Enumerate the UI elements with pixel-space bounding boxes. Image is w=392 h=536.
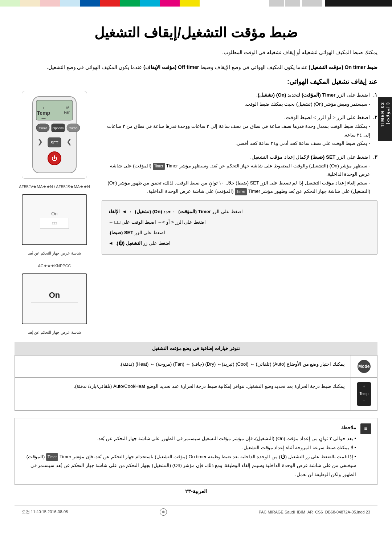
svg-text:+: +: [42, 106, 45, 110]
temp-icon-cell: + Temp −: [351, 378, 377, 410]
svg-text:❮: ❮: [37, 138, 43, 146]
note-section: ≡ ملاحظة • بعد حوالي ٣ ثوانٍ من إعداد مؤ…: [15, 418, 377, 485]
note-item-2: • لا يمكنك ضبط سرعة المروحة أثناء إعداد …: [21, 443, 356, 452]
cancel-box: اضغط على الزر Timer (المؤقت) ← حدد (On) …: [102, 200, 377, 255]
steps-section: ١. اضغط على الزر Timer (المؤقت) لتحديد (…: [102, 91, 377, 335]
step-2: ٢. اضغط على الزر < أو الزر > لضبط الوقت.…: [102, 113, 377, 147]
note-icon: ≡: [360, 423, 371, 434]
svg-text:Options: Options: [52, 126, 64, 130]
bottom-left-text: PAC MIRAGE Saudi_IBIM_AR_CS6_DB68-04872A…: [259, 510, 370, 514]
temp-text-cell: يمكنك ضبط درجة الحرارة بعد تحديد وضع الت…: [15, 378, 351, 410]
svg-text:—: —: [42, 116, 46, 120]
intro-text-line2: ضبط On timer (مؤقت التشغيل) عندما يكون ا…: [15, 63, 377, 72]
info-row-mode: Mode يمكنك اختيار وضع من الأوضاع (Auto) …: [15, 356, 377, 378]
mode-button: Mode: [358, 360, 371, 373]
note-item-1: • بعد حوالي ٣ ثوانٍ من إعداد مؤقت (On) (…: [21, 434, 356, 443]
screen-caption-2: شاشة عرض جهاز التحكم عن بُعد: [28, 330, 81, 335]
note-content: ملاحظة • بعد حوالي ٣ ثوانٍ من إعداد مؤقت…: [21, 423, 356, 479]
svg-text:❯: ❯: [66, 138, 72, 146]
svg-text:⛁: ⛁: [66, 105, 69, 109]
mode-text-cell: يمكنك اختيار وضع من الأوضاع (Auto) (تلقا…: [15, 356, 351, 378]
page-title: ضبط مؤقت التشغيل/إيقاف التشغيل: [15, 25, 377, 41]
bottom-bar: PAC MIRAGE Saudi_IBIM_AR_CS6_DB68-04872A…: [15, 505, 377, 519]
info-boxes: تتوفر خيارات إضافية في وضع مؤقت التشغيل …: [15, 342, 377, 410]
info-row-temp: + Temp − يمكنك ضبط درجة الحرارة بعد تحدي…: [15, 378, 377, 410]
note-item-3: • إذا قمت بالضغط على زر التشغيل (⏻) من ا…: [21, 452, 356, 479]
screen-display-1: On □□: [22, 194, 87, 245]
images-panel: + Temp — ⛁ Fan Timer Options Turbo ❮: [15, 91, 94, 335]
top-color-bar: [0, 0, 392, 7]
compass-icon: ⊕: [160, 508, 167, 516]
bottom-right-text: 2016-08-08 오전 11:40:15: [22, 509, 68, 515]
mode-icon-cell: Mode: [351, 356, 377, 378]
sidebar-timer-label: 03 TIMER (المؤقت): [378, 97, 392, 141]
screen-display-2: On: [22, 273, 87, 324]
model-label-1: AF55JV★MA★★N / AF55JS★MA★★N: [19, 184, 90, 189]
section-heading: عند إيقاف تشغيل المكيف الهوائي:: [15, 78, 377, 86]
remote-svg: + Temp — ⛁ Fan Timer Options Turbo ❮: [25, 95, 83, 175]
step-3: ٣. اضغط على الزر SET (ضبط) لإكمال إعداد …: [102, 153, 377, 196]
note-title: ملاحظة: [21, 423, 356, 433]
info-table: Mode يمكنك اختيار وضع من الأوضاع (Auto) …: [15, 355, 377, 410]
step-1: ١. اضغط على الزر Timer (المؤقت) لتحديد (…: [102, 91, 377, 108]
svg-text:SET: SET: [50, 141, 58, 145]
svg-text:Temp: Temp: [37, 110, 50, 116]
svg-text:Turbo: Turbo: [69, 126, 77, 130]
main-layout: + Temp — ⛁ Fan Timer Options Turbo ❮: [15, 91, 377, 335]
remote-control-image: + Temp — ⛁ Fan Timer Options Turbo ❮: [22, 91, 87, 179]
page-number: العربية-٢٣: [15, 488, 377, 494]
temp-button: + Temp −: [357, 382, 371, 406]
info-box-header: تتوفر خيارات إضافية في وضع مؤقت التشغيل: [15, 342, 377, 355]
intro-text-line1: يمكنك ضبط المكيف الهوائي لتشغيله أو إيقا…: [15, 48, 377, 57]
steps-list: ١. اضغط على الزر Timer (المؤقت) لتحديد (…: [102, 91, 377, 195]
svg-text:⏻: ⏻: [52, 155, 57, 162]
svg-text:Timer: Timer: [39, 126, 47, 130]
screen-caption-1: شاشة عرض جهاز التحكم عن بُعد: [28, 251, 81, 256]
model-label-2: AC★★★KNPPCC: [38, 264, 71, 268]
svg-text:Fan: Fan: [64, 110, 70, 114]
